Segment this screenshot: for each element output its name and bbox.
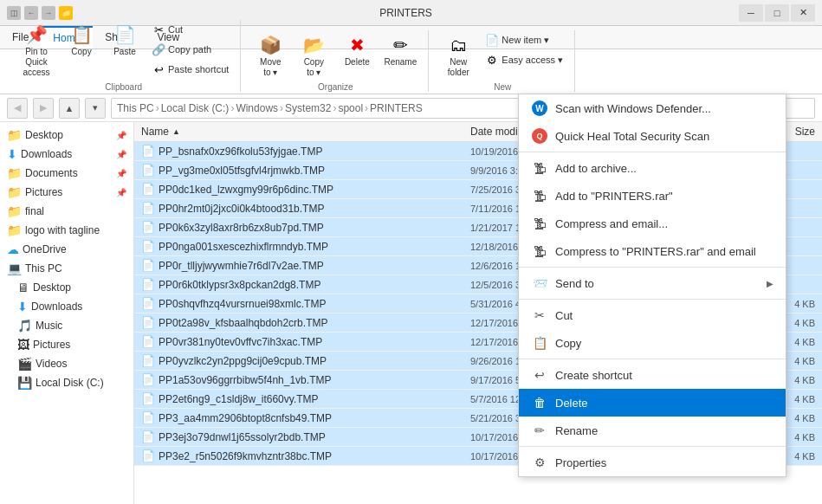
sidebar-item-pictures-quick[interactable]: 📁 Pictures 📌 [0, 183, 133, 202]
delete-ctx-icon: 🗑 [531, 394, 548, 411]
sidebar-item-downloads[interactable]: ⬇ Downloads [0, 297, 133, 316]
file-icon: 📄 [141, 221, 155, 234]
sidebar-label-pictures-quick: Pictures [25, 186, 113, 198]
file-name-cell: 📄 PP1a53ov96ggrrbibw5f4nh_1vb.TMP [134, 371, 463, 389]
ctx-properties[interactable]: ⚙ Properties [519, 449, 786, 476]
forward-button[interactable]: ▶ [33, 98, 54, 119]
sidebar-item-local-disk[interactable]: 💾 Local Disk (C:) [0, 373, 133, 392]
new-folder-button[interactable]: 🗂 Newfolder [437, 30, 479, 81]
ctx-add-rar-label: Add to "PRINTERS.rar" [555, 190, 673, 203]
ctx-add-rar[interactable]: 🗜 Add to "PRINTERS.rar" [519, 182, 786, 210]
sidebar-item-final[interactable]: 📁 final [0, 202, 133, 221]
file-name: PP0r_tlljyjwywmhie7r6dl7v2ae.TMP [159, 260, 324, 272]
minimize-button[interactable]: ─ [739, 4, 763, 22]
path-this-pc: This PC [117, 102, 154, 114]
column-name[interactable]: Name ▲ [134, 122, 463, 141]
file-icon: 📄 [141, 278, 155, 291]
ctx-copy-label: Copy [555, 337, 581, 350]
shortcut-icon: ↩ [531, 366, 548, 384]
file-name-cell: 📄 PP_vg3me0xl05tfsgfvl4rjmwkb.TMP [134, 161, 463, 179]
file-name: PP_bsnafx0xz96fkolu53fyjgae.TMP [159, 145, 322, 158]
ctx-create-shortcut[interactable]: ↩ Create shortcut [519, 361, 786, 389]
forward-history-icon: → [42, 6, 55, 20]
sidebar-item-onedrive[interactable]: ☁ OneDrive [0, 240, 133, 259]
ribbon-group-organize-items: 📦 Moveto ▾ 📂 Copyto ▾ ✖ Delete ✏ Rename [249, 30, 421, 81]
sidebar-item-downloads-quick[interactable]: ⬇ Downloads 📌 [0, 145, 133, 164]
paste-shortcut-button[interactable]: ↩ Paste shortcut [147, 60, 233, 79]
ctx-compress-email[interactable]: 🗜 Compress and email... [519, 210, 786, 237]
paste-shortcut-icon: ↩ [152, 62, 165, 76]
cut-label: Cut [168, 24, 183, 35]
ctx-scan-defender[interactable]: W Scan with Windows Defender... [519, 94, 786, 122]
ctx-rename-label: Rename [555, 424, 598, 437]
rename-button[interactable]: ✏ Rename [379, 30, 421, 70]
maximize-button[interactable]: □ [765, 4, 789, 22]
sort-arrow: ▲ [172, 127, 180, 136]
sidebar-item-videos[interactable]: 🎬 Videos [0, 354, 133, 373]
ctx-add-archive[interactable]: 🗜 Add to archive... [519, 154, 786, 182]
sidebar-label-documents-quick: Documents [25, 167, 113, 179]
easy-access-button[interactable]: ⚙ Easy access ▾ [481, 50, 567, 69]
defender-icon: W [531, 100, 548, 117]
ctx-separator5 [519, 446, 786, 447]
path-spool: spool [338, 102, 363, 114]
ctx-delete[interactable]: 🗑 Delete [519, 389, 786, 417]
paste-button[interactable]: 📄 Paste [104, 20, 146, 60]
sidebar-item-pictures[interactable]: 🖼 Pictures [0, 335, 133, 354]
file-name-cell: 📄 PP0r_tlljyjwywmhie7r6dl7v2ae.TMP [134, 256, 463, 275]
rename-ctx-icon: ✏ [531, 422, 548, 439]
sidebar-item-desktop-quick[interactable]: 📁 Desktop 📌 [0, 126, 133, 145]
copy-button[interactable]: 📋 Copy [61, 20, 102, 60]
pin-indicator2: 📌 [116, 150, 126, 159]
file-name-cell: 📄 PP3e2_r5n5026f9kmvhzntr38bc.TMP [134, 447, 463, 465]
cut-ctx-icon: ✂ [531, 307, 548, 324]
sidebar-label-desktop: Desktop [33, 281, 126, 294]
sidebar-item-desktop[interactable]: 🖥 Desktop [0, 278, 133, 297]
ctx-rename[interactable]: ✏ Rename [519, 417, 786, 444]
pin-label: Pin to Quickaccess [16, 47, 56, 78]
copy-path-button[interactable]: 🔗 Copy path [147, 40, 233, 59]
ctx-compress-rar-email[interactable]: 🗜 Compress to "PRINTERS.rar" and email [519, 237, 786, 265]
ctx-compress-rar-email-label: Compress to "PRINTERS.rar" and email [555, 245, 756, 258]
easy-access-icon: ⚙ [485, 53, 499, 67]
file-name: PP0r6k0tklypsr3x8pckan2dg8.TMP [159, 279, 320, 291]
sidebar-item-music[interactable]: 🎵 Music [0, 316, 133, 335]
sidebar-item-this-pc[interactable]: 💻 This PC [0, 259, 133, 278]
pin-indicator: 📌 [116, 131, 126, 140]
paste-label: Paste [113, 47, 136, 57]
new-items-col: 📄 New item ▾ ⚙ Easy access ▾ [481, 30, 567, 69]
copy-to-button[interactable]: 📂 Copyto ▾ [293, 30, 334, 81]
sidebar-item-documents-quick[interactable]: 📁 Documents 📌 [0, 164, 133, 183]
delete-button[interactable]: ✖ Delete [336, 30, 378, 70]
back-history-icon: ← [24, 6, 38, 20]
recent-locations-button[interactable]: ▾ [85, 98, 106, 119]
paste-shortcut-label: Paste shortcut [168, 64, 229, 74]
new-item-icon: 📄 [485, 33, 499, 47]
cut-button[interactable]: ✂ Cut [147, 20, 233, 39]
ctx-create-shortcut-label: Create shortcut [555, 369, 632, 382]
ctx-cut[interactable]: ✂ Cut [519, 301, 786, 329]
ctx-send-to[interactable]: 📨 Send to ▶ [519, 269, 786, 297]
file-name: PP0nga001sxescezhixflrmndyb.TMP [159, 241, 328, 253]
back-button[interactable]: ◀ [7, 98, 28, 119]
up-button[interactable]: ▲ [59, 98, 80, 119]
downloads-quick-icon: ⬇ [7, 147, 17, 161]
music-icon: 🎵 [17, 319, 32, 333]
move-to-button[interactable]: 📦 Moveto ▾ [249, 30, 291, 81]
ctx-copy[interactable]: 📋 Copy [519, 329, 786, 357]
file-name-cell: 📄 PP0r6k0tklypsr3x8pckan2dg8.TMP [134, 275, 463, 294]
file-icon: 📄 [141, 240, 155, 253]
pin-quick-access-button[interactable]: 📌 Pin to Quickaccess [14, 20, 59, 81]
file-name: PP0hr2mt0j2jxc0i0k4btood31b.TMP [159, 203, 324, 215]
sidebar-label-this-pc: This PC [25, 262, 126, 275]
file-name-cell: 📄 PP0vr381ny0tev0vffvc7ih3xac.TMP [134, 333, 463, 351]
file-name: PP3_aa4mm2906btopt8cnfsb49.TMP [159, 412, 332, 424]
ctx-quickheal[interactable]: Q Quick Heal Total Security Scan [519, 122, 786, 150]
file-name-cell: 📄 PP0yvzlkc2yn2ppg9cij0e9cpub.TMP [134, 352, 463, 370]
close-button[interactable]: ✕ [791, 4, 815, 22]
file-icon: 📄 [141, 354, 155, 367]
new-item-button[interactable]: 📄 New item ▾ [481, 30, 567, 49]
sidebar-item-logo-with-tagline[interactable]: 📁 logo with tagline [0, 221, 133, 240]
rename-icon: ✏ [388, 33, 412, 57]
path-local-disk: Local Disk (C:) [161, 102, 230, 114]
